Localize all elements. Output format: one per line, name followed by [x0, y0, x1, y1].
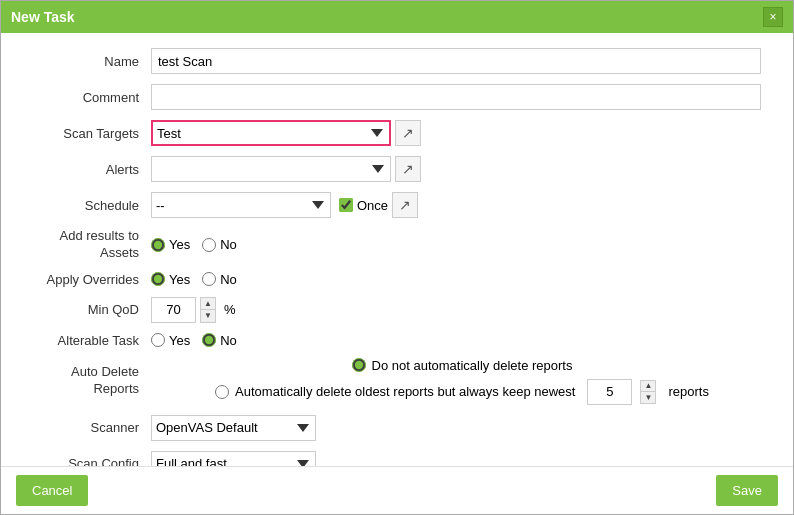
min-qod-input[interactable] — [151, 297, 196, 323]
auto-delete-yes-label: Automatically delete oldest reports but … — [235, 384, 575, 399]
scan-targets-row: Scan Targets Test ↗ — [21, 120, 773, 146]
once-label: Once — [357, 198, 388, 213]
scan-targets-new-button[interactable]: ↗ — [395, 120, 421, 146]
add-results-row: Add results toAssets Yes No — [21, 228, 773, 262]
schedule-control: -- Once ↗ — [151, 192, 773, 218]
alerts-new-button[interactable]: ↗ — [395, 156, 421, 182]
dialog-title: New Task — [11, 9, 75, 25]
alterable-yes-option: Yes — [151, 333, 190, 348]
min-qod-row: Min QoD ▲ ▼ % — [21, 297, 773, 323]
dialog-header: New Task × — [1, 1, 793, 33]
new-tab-icon: ↗ — [402, 125, 414, 141]
auto-delete-spinner: ▲ ▼ — [640, 380, 656, 404]
alterable-yes-radio[interactable] — [151, 333, 165, 347]
scanner-control: OpenVAS Default — [151, 415, 773, 441]
schedule-row: Schedule -- Once ↗ — [21, 192, 773, 218]
comment-row: Comment — [21, 84, 773, 110]
schedule-new-button[interactable]: ↗ — [392, 192, 418, 218]
auto-delete-no-label: Do not automatically delete reports — [372, 358, 573, 373]
apply-overrides-yes-option: Yes — [151, 272, 190, 287]
save-button[interactable]: Save — [716, 475, 778, 506]
comment-control — [151, 84, 773, 110]
auto-delete-decrement[interactable]: ▼ — [641, 392, 655, 403]
auto-delete-label: Auto DeleteReports — [21, 364, 151, 398]
scan-targets-select[interactable]: Test — [151, 120, 391, 146]
auto-delete-row: Auto DeleteReports Do not automatically … — [21, 358, 773, 405]
dialog-footer: Cancel Save — [1, 466, 793, 514]
comment-input[interactable] — [151, 84, 761, 110]
auto-delete-yes-radio[interactable] — [215, 385, 229, 399]
comment-label: Comment — [21, 90, 151, 105]
min-qod-control: ▲ ▼ % — [151, 297, 773, 323]
dialog-body: Name Comment Scan Targets Test ↗ — [1, 33, 793, 466]
name-input[interactable] — [151, 48, 761, 74]
scan-targets-control: Test ↗ — [151, 120, 773, 146]
scan-config-select[interactable]: Full and fast — [151, 451, 316, 466]
close-button[interactable]: × — [763, 7, 783, 27]
scan-config-row: Scan Config Full and fast — [21, 451, 773, 466]
add-results-yes-radio[interactable] — [151, 238, 165, 252]
apply-overrides-label: Apply Overrides — [21, 272, 151, 287]
auto-delete-keep-input[interactable] — [587, 379, 632, 405]
scan-config-control: Full and fast — [151, 451, 773, 466]
name-label: Name — [21, 54, 151, 69]
auto-delete-no-radio[interactable] — [352, 358, 366, 372]
add-results-no-option: No — [202, 237, 237, 252]
add-results-yes-option: Yes — [151, 237, 190, 252]
auto-delete-control: Do not automatically delete reports Auto… — [151, 358, 773, 405]
alerts-select[interactable] — [151, 156, 391, 182]
auto-delete-suffix: reports — [668, 384, 708, 399]
min-qod-decrement[interactable]: ▼ — [201, 310, 215, 322]
new-task-dialog: New Task × Name Comment Scan Targets Tes… — [0, 0, 794, 515]
min-qod-increment[interactable]: ▲ — [201, 298, 215, 311]
scanner-select[interactable]: OpenVAS Default — [151, 415, 316, 441]
auto-delete-opt1: Do not automatically delete reports — [352, 358, 573, 373]
scanner-label: Scanner — [21, 420, 151, 435]
apply-overrides-row: Apply Overrides Yes No — [21, 272, 773, 287]
alerts-row: Alerts ↗ — [21, 156, 773, 182]
add-results-yes-label: Yes — [169, 237, 190, 252]
schedule-select[interactable]: -- — [151, 192, 331, 218]
min-qod-unit: % — [224, 302, 236, 317]
scan-config-label: Scan Config — [21, 456, 151, 466]
min-qod-spinner: ▲ ▼ — [200, 297, 216, 323]
scanner-row: Scanner OpenVAS Default — [21, 415, 773, 441]
alterable-no-label: No — [220, 333, 237, 348]
once-checkbox-wrap: Once — [339, 198, 388, 213]
alterable-yes-label: Yes — [169, 333, 190, 348]
add-results-no-label: No — [220, 237, 237, 252]
alterable-no-option: No — [202, 333, 237, 348]
add-results-label: Add results toAssets — [21, 228, 151, 262]
name-row: Name — [21, 48, 773, 74]
add-results-control: Yes No — [151, 237, 773, 252]
apply-overrides-no-radio[interactable] — [202, 272, 216, 286]
apply-overrides-yes-radio[interactable] — [151, 272, 165, 286]
once-checkbox[interactable] — [339, 198, 353, 212]
alterable-task-control: Yes No — [151, 333, 773, 348]
alterable-no-radio[interactable] — [202, 333, 216, 347]
scan-targets-label: Scan Targets — [21, 126, 151, 141]
alerts-label: Alerts — [21, 162, 151, 177]
alterable-task-label: Alterable Task — [21, 333, 151, 348]
apply-overrides-no-option: No — [202, 272, 237, 287]
new-tab-icon-alerts: ↗ — [402, 161, 414, 177]
min-qod-label: Min QoD — [21, 302, 151, 317]
apply-overrides-no-label: No — [220, 272, 237, 287]
auto-delete-opt2: Automatically delete oldest reports but … — [215, 379, 709, 405]
auto-delete-increment[interactable]: ▲ — [641, 381, 655, 393]
alerts-control: ↗ — [151, 156, 773, 182]
cancel-button[interactable]: Cancel — [16, 475, 88, 506]
apply-overrides-yes-label: Yes — [169, 272, 190, 287]
name-control — [151, 48, 773, 74]
add-results-no-radio[interactable] — [202, 238, 216, 252]
apply-overrides-control: Yes No — [151, 272, 773, 287]
alterable-task-row: Alterable Task Yes No — [21, 333, 773, 348]
new-tab-icon-schedule: ↗ — [399, 197, 411, 213]
schedule-label: Schedule — [21, 198, 151, 213]
